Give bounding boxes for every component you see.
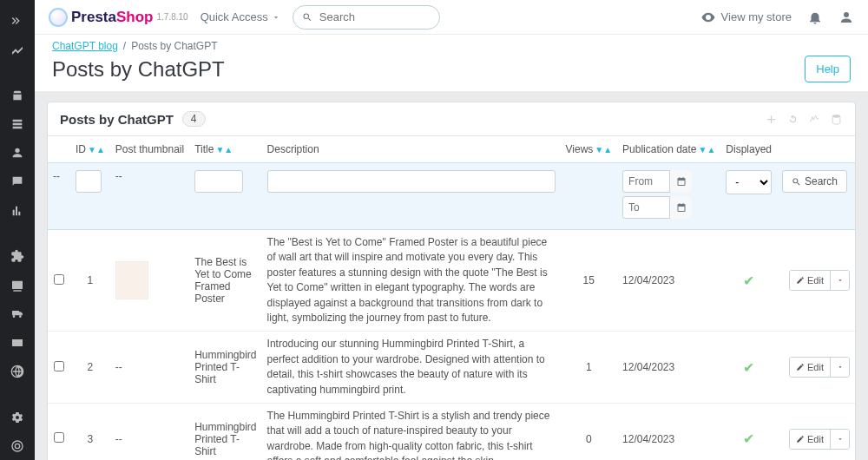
calendar-icon[interactable]	[669, 196, 692, 219]
cell-views: 0	[561, 403, 618, 460]
cell-id: 3	[70, 403, 110, 460]
row-checkbox[interactable]	[54, 432, 64, 443]
filter-id-input[interactable]	[76, 170, 102, 193]
posts-table: ID▼▲ Post thumbnail Title▼▲ Description …	[48, 136, 855, 460]
count-badge: 4	[182, 111, 206, 127]
nav-stats[interactable]	[0, 197, 35, 224]
sidebar-toggle[interactable]	[0, 7, 35, 34]
export-icon[interactable]	[830, 113, 843, 126]
table-row[interactable]: 1The Best is Yet to Come Framed PosterTh…	[48, 230, 855, 332]
calendar-icon[interactable]	[669, 170, 692, 193]
nav-shop-params[interactable]	[0, 404, 35, 431]
breadcrumb-current: Posts by ChatGPT	[131, 40, 217, 52]
cell-title: The Best is Yet to Come Framed Poster	[189, 230, 261, 332]
cell-id: 2	[70, 332, 110, 404]
displayed-check-icon[interactable]: ✔	[720, 403, 777, 460]
search-icon	[302, 11, 312, 23]
col-views[interactable]: Views▼▲	[561, 136, 618, 163]
logo-icon	[49, 8, 68, 27]
thumb-dash: --	[110, 332, 189, 404]
nav-customer-service[interactable]	[0, 168, 35, 195]
col-title[interactable]: Title▼▲	[189, 136, 261, 163]
table-row[interactable]: 3--Hummingbird Printed T-ShirtThe Hummin…	[48, 403, 855, 460]
cell-title: Hummingbird Printed T-Shirt	[189, 332, 261, 404]
filter-dash: --	[110, 163, 189, 230]
nav-dashboard[interactable]	[0, 36, 35, 62]
nav-payment[interactable]	[0, 329, 35, 356]
displayed-check-icon[interactable]: ✔	[720, 230, 777, 332]
col-pubdate[interactable]: Publication date▼▲	[617, 136, 720, 163]
add-icon[interactable]	[765, 113, 778, 126]
col-id[interactable]: ID▼▲	[70, 136, 110, 163]
view-store-link[interactable]: View my store	[700, 10, 792, 25]
filter-desc-input[interactable]	[267, 170, 556, 193]
search-box[interactable]	[293, 5, 440, 30]
page-title: Posts by ChatGPT	[52, 57, 225, 82]
version-label: 1.7.8.10	[156, 12, 187, 22]
cell-views: 15	[561, 230, 618, 332]
nav-design[interactable]	[0, 272, 35, 299]
col-description: Description	[262, 136, 561, 163]
edit-button[interactable]: Edit	[790, 358, 830, 377]
nav-international[interactable]	[0, 358, 35, 385]
cell-date: 12/04/2023	[617, 403, 720, 460]
edit-button[interactable]: Edit	[790, 271, 830, 290]
logo-text: PrestaShop	[71, 9, 153, 26]
nav-modules[interactable]	[0, 243, 35, 270]
edit-dropdown-caret[interactable]	[830, 358, 849, 377]
eye-icon	[700, 10, 716, 25]
topbar: PrestaShop 1.7.8.10 Quick Access View my…	[35, 0, 868, 35]
sidebar	[0, 0, 35, 460]
row-checkbox[interactable]	[54, 274, 64, 285]
nav-catalog[interactable]	[0, 110, 35, 137]
breadcrumb-parent[interactable]: ChatGPT blog	[52, 40, 118, 52]
nav-customers[interactable]	[0, 140, 35, 167]
row-checkbox[interactable]	[54, 361, 64, 371]
filter-title-input[interactable]	[194, 170, 243, 193]
nav-advanced-params[interactable]	[0, 433, 35, 460]
help-button[interactable]: Help	[805, 56, 851, 82]
thumb-dash: --	[110, 403, 189, 460]
cell-id: 1	[70, 230, 110, 332]
nav-shipping[interactable]	[0, 300, 35, 327]
logo[interactable]: PrestaShop 1.7.8.10	[49, 8, 188, 27]
breadcrumb: ChatGPT blog / Posts by ChatGPT	[52, 40, 851, 52]
search-input[interactable]	[319, 10, 431, 23]
list-panel: Posts by ChatGPT 4 ID▼▲ Post t	[47, 102, 856, 460]
cell-description: Introducing our stunning Hummingbird Pri…	[262, 332, 561, 404]
thumbnail-image	[115, 261, 148, 299]
cell-title: Hummingbird Printed T-Shirt	[189, 403, 261, 460]
bell-icon[interactable]	[807, 10, 823, 25]
filter-dash: --	[48, 163, 70, 230]
account-icon[interactable]	[838, 10, 854, 25]
nav-orders[interactable]	[0, 82, 35, 108]
col-thumbnail: Post thumbnail	[110, 136, 189, 163]
filter-displayed-select[interactable]: -	[726, 170, 772, 194]
cell-views: 1	[561, 332, 618, 404]
edit-button[interactable]: Edit	[790, 430, 830, 449]
refresh-icon[interactable]	[786, 113, 799, 126]
cell-date: 12/04/2023	[617, 230, 720, 332]
displayed-check-icon[interactable]: ✔	[720, 332, 777, 404]
cell-date: 12/04/2023	[617, 332, 720, 404]
edit-dropdown-caret[interactable]	[830, 271, 849, 290]
col-displayed: Displayed	[720, 136, 777, 163]
edit-dropdown-caret[interactable]	[830, 430, 849, 449]
table-row[interactable]: 2--Hummingbird Printed T-ShirtIntroducin…	[48, 332, 855, 404]
search-button[interactable]: Search	[782, 170, 847, 193]
panel-title: Posts by ChatGPT	[60, 112, 174, 127]
quick-access-menu[interactable]: Quick Access	[201, 10, 280, 23]
sql-icon[interactable]	[808, 113, 821, 126]
svg-point-0	[832, 114, 840, 117]
cell-description: The "Best is Yet to Come" Framed Poster …	[262, 230, 561, 332]
cell-description: The Hummingbird Printed T-Shirt is a sty…	[262, 403, 561, 460]
